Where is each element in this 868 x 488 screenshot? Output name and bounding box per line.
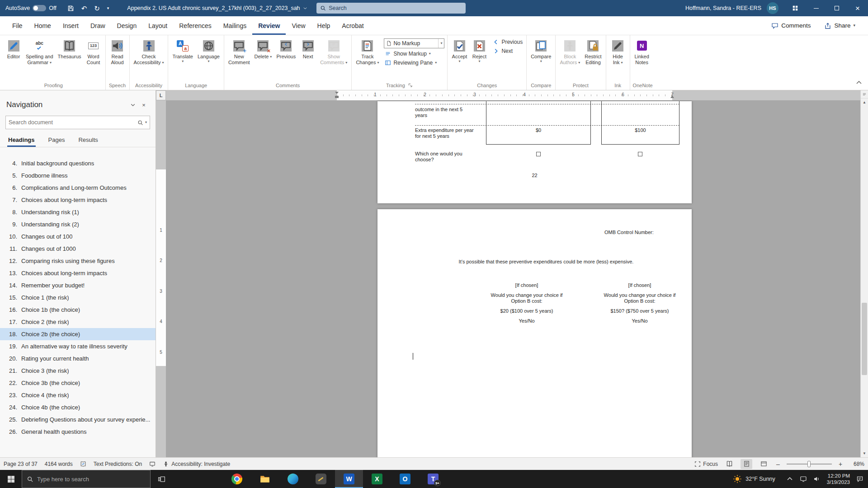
focus-button[interactable]: Focus bbox=[694, 461, 718, 467]
navigation-tab[interactable]: Results bbox=[77, 134, 99, 147]
linked-notes-button[interactable]: N Linked Notes bbox=[632, 37, 652, 66]
display-for-review-dropdown[interactable]: No Markup ▾ bbox=[384, 38, 444, 48]
navigation-heading-item[interactable]: 25. Debriefing Questions about your surv… bbox=[0, 413, 156, 426]
scroll-up-arrow[interactable]: ▲ bbox=[861, 99, 868, 106]
clock[interactable]: 12:20 PM 3/19/2023 bbox=[827, 473, 850, 485]
menu-tab[interactable]: View bbox=[286, 16, 311, 35]
show-markup-button[interactable]: Show Markup ▾ bbox=[384, 50, 444, 57]
volume-icon[interactable] bbox=[813, 475, 821, 483]
close-button[interactable]: × bbox=[847, 0, 868, 16]
next-comment-button[interactable]: Next bbox=[298, 37, 318, 61]
network-icon[interactable] bbox=[800, 475, 807, 483]
navigation-tab[interactable]: Headings bbox=[7, 134, 36, 147]
compare-button[interactable]: Compare ▾ bbox=[528, 37, 553, 64]
redo-button[interactable]: ↻ bbox=[94, 5, 100, 12]
page-indicator[interactable]: Page 23 of 37 bbox=[4, 461, 38, 467]
scrollbar-thumb[interactable] bbox=[862, 303, 867, 375]
maximize-button[interactable] bbox=[826, 0, 847, 16]
navigation-heading-item[interactable]: 4. Initial background questions bbox=[0, 157, 156, 169]
scrollbar-top-button[interactable] bbox=[861, 90, 868, 99]
navigation-heading-item[interactable]: 9. Understanding risk (2) bbox=[0, 218, 156, 230]
reject-button[interactable]: Reject ▾ bbox=[469, 37, 489, 64]
navigation-search-input[interactable] bbox=[9, 119, 136, 126]
left-indent-marker[interactable] bbox=[335, 92, 339, 98]
word-taskbar-icon[interactable]: W bbox=[335, 470, 363, 488]
option-b-checkbox[interactable] bbox=[638, 152, 642, 156]
undo-button[interactable]: ↶ bbox=[81, 5, 87, 12]
titlebar-search-input[interactable] bbox=[329, 5, 462, 11]
scroll-down-arrow[interactable]: ▼ bbox=[861, 450, 868, 457]
document-page-22[interactable]: outcome in the next 5 years Extra expend… bbox=[377, 101, 692, 203]
edge-taskbar-icon[interactable] bbox=[279, 470, 307, 488]
weather-widget[interactable]: 32°F Sunny bbox=[728, 474, 779, 483]
thesaurus-button[interactable]: Thesaurus bbox=[56, 37, 84, 61]
block-authors-button[interactable]: Block Authors▾ bbox=[557, 37, 582, 66]
navigation-heading-item[interactable]: 24. Choice 4b (the choice) bbox=[0, 401, 156, 413]
next-change-button[interactable]: Next bbox=[492, 47, 524, 55]
navigation-heading-item[interactable]: 8. Understanding risk (1) bbox=[0, 206, 156, 218]
menu-tab[interactable]: File bbox=[6, 16, 28, 35]
user-name[interactable]: Hoffmann, Sandra - REE-ERS bbox=[685, 5, 761, 11]
excel-taskbar-icon[interactable]: X bbox=[363, 470, 391, 488]
menu-tab[interactable]: Review bbox=[252, 16, 286, 35]
navigation-heading-item[interactable]: 23. Choice 4 (the risk) bbox=[0, 389, 156, 401]
restrict-editing-button[interactable]: Restrict Editing bbox=[582, 37, 604, 66]
navigation-heading-item[interactable]: 12. Comparing risks using these figures bbox=[0, 255, 156, 267]
navigation-heading-item[interactable]: 20. Rating your current health bbox=[0, 352, 156, 365]
image-editor-taskbar-icon[interactable] bbox=[307, 470, 335, 488]
new-comment-button[interactable]: New Comment bbox=[226, 37, 252, 66]
proofing-status-icon[interactable] bbox=[80, 461, 86, 467]
teams-taskbar-icon[interactable]: T 9+ bbox=[419, 470, 447, 488]
previous-change-button[interactable]: Previous bbox=[492, 38, 524, 46]
menu-tab[interactable]: Mailings bbox=[217, 16, 252, 35]
navigation-options-chevron-icon[interactable] bbox=[127, 99, 138, 110]
navigation-heading-item[interactable]: 17. Choice 2 (the risk) bbox=[0, 316, 156, 328]
show-comments-button[interactable]: Show Comments▾ bbox=[318, 37, 349, 66]
document-title[interactable]: Appendix 2. US Adult chronic survey_2_17… bbox=[127, 5, 307, 11]
document-page-23[interactable]: OMB Control Number: It’s possible that t… bbox=[377, 209, 692, 457]
menu-tab[interactable]: Design bbox=[111, 16, 143, 35]
word-count-indicator[interactable]: 4164 words bbox=[45, 461, 73, 467]
right-indent-marker[interactable] bbox=[670, 95, 674, 98]
tracking-dialog-launcher[interactable] bbox=[408, 83, 413, 88]
web-layout-button[interactable] bbox=[758, 459, 769, 469]
taskbar-search-input[interactable] bbox=[37, 476, 146, 483]
menu-tab[interactable]: Draw bbox=[85, 16, 111, 35]
search-options-dropdown-icon[interactable]: ▾ bbox=[145, 121, 147, 124]
taskbar-search-box[interactable] bbox=[22, 470, 151, 488]
zoom-out-button[interactable]: – bbox=[775, 460, 781, 468]
navigation-heading-item[interactable]: 21. Choice 3 (the risk) bbox=[0, 365, 156, 377]
zoom-slider[interactable] bbox=[787, 460, 832, 469]
file-explorer-taskbar-icon[interactable] bbox=[251, 470, 279, 488]
word-count-button[interactable]: 123 Word Count bbox=[84, 37, 104, 66]
delete-comment-button[interactable]: Delete▾ bbox=[252, 37, 274, 61]
navigation-close-icon[interactable]: × bbox=[138, 99, 149, 110]
ribbon-display-options-button[interactable] bbox=[785, 0, 806, 16]
print-layout-button[interactable] bbox=[741, 459, 752, 469]
translate-button[interactable]: Aa Translate ▾ bbox=[170, 37, 195, 64]
search-icon[interactable] bbox=[137, 120, 143, 126]
menu-tab[interactable]: References bbox=[173, 16, 217, 35]
action-center-icon[interactable] bbox=[856, 475, 863, 483]
customize-qat-button[interactable]: ▾ bbox=[107, 6, 109, 10]
hide-ink-button[interactable]: Hide Ink▾ bbox=[608, 37, 628, 66]
menu-tab[interactable]: Help bbox=[311, 16, 336, 35]
device-status-icon[interactable] bbox=[149, 461, 156, 467]
navigation-heading-item[interactable]: 13. Choices about long-term impacts bbox=[0, 267, 156, 279]
reviewing-pane-button[interactable]: Reviewing Pane ▾ bbox=[384, 59, 444, 66]
option-a-checkbox[interactable] bbox=[536, 152, 541, 156]
navigation-heading-item[interactable]: 18. Choice 2b (the choice) bbox=[0, 328, 156, 340]
share-button[interactable]: Share ▾ bbox=[820, 20, 860, 32]
read-aloud-button[interactable]: Read Aloud bbox=[108, 37, 127, 66]
menu-tab[interactable]: Insert bbox=[57, 16, 85, 35]
text-predictions-indicator[interactable]: Text Predictions: On bbox=[94, 461, 142, 467]
collapse-ribbon-button[interactable] bbox=[855, 79, 863, 86]
navigation-tab[interactable]: Pages bbox=[47, 134, 66, 147]
navigation-heading-item[interactable]: 26. General health questions bbox=[0, 426, 156, 438]
menu-tab[interactable]: Home bbox=[28, 16, 57, 35]
zoom-slider-thumb[interactable] bbox=[807, 461, 811, 467]
avatar[interactable]: HS bbox=[767, 2, 778, 14]
autosave-switch-icon[interactable] bbox=[33, 5, 46, 11]
navigation-heading-item[interactable]: 5. Foodborne illness bbox=[0, 169, 156, 182]
spelling-grammar-button[interactable]: abc Spelling and Grammar▾ bbox=[24, 37, 56, 66]
